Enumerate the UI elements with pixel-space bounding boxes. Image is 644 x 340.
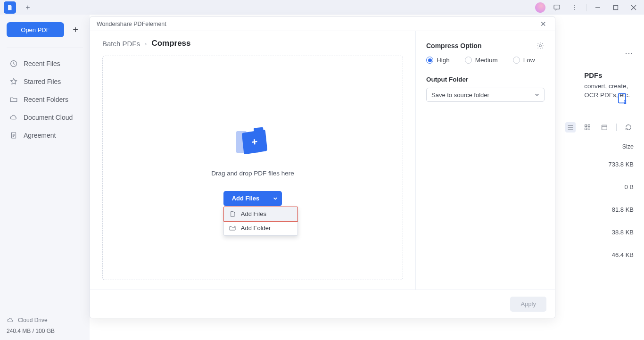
view-toolbar xyxy=(565,122,634,133)
pdf-card-icon xyxy=(616,92,629,105)
sidebar-bottom: Cloud Drive 240.4 MB / 100 GB xyxy=(7,316,83,334)
svg-rect-24 xyxy=(588,128,590,130)
more-menu-icon[interactable]: ⋯ xyxy=(625,48,634,58)
svg-rect-22 xyxy=(588,125,590,127)
star-icon xyxy=(9,77,18,86)
app-logo[interactable] xyxy=(4,1,16,14)
titlebar-left: + xyxy=(4,1,34,14)
dialog-main: Batch PDFs › Compress + Drag and drop PD… xyxy=(90,31,415,290)
avatar[interactable] xyxy=(535,2,545,13)
sidebar-item-starred-files[interactable]: Starred Files xyxy=(7,73,83,91)
batch-compress-dialog: Wondershare PDFelement ✕ Batch PDFs › Co… xyxy=(90,17,555,318)
titlebar-right xyxy=(535,1,640,14)
breadcrumb: Batch PDFs › Compress xyxy=(102,39,403,48)
apply-button[interactable]: Apply xyxy=(510,297,546,312)
svg-rect-25 xyxy=(602,125,607,130)
dropdown-item-add-folder[interactable]: Add Folder xyxy=(224,221,297,235)
cloud-icon xyxy=(7,316,14,324)
document-icon xyxy=(9,131,18,140)
file-size-cell: 733.8 KB xyxy=(609,161,634,168)
sidebar-item-recent-folders[interactable]: Recent Folders xyxy=(7,91,83,108)
open-pdf-button[interactable]: Open PDF xyxy=(7,22,64,37)
add-files-button[interactable]: Add Files xyxy=(223,191,268,206)
storage-usage: 240.4 MB / 100 GB xyxy=(7,328,83,334)
output-folder-label: Output Folder xyxy=(426,76,545,83)
file-size-cell: 0 B xyxy=(624,183,634,191)
sidebar-item-label: Recent Folders xyxy=(24,96,68,103)
folder-icon xyxy=(9,95,18,104)
settings-icon[interactable] xyxy=(536,41,545,50)
grid-view-button[interactable] xyxy=(582,122,593,133)
dropzone[interactable]: + Drag and drop PDF files here Add Files… xyxy=(102,56,403,280)
sidebar-item-label: Starred Files xyxy=(24,78,61,85)
output-folder-select[interactable]: Save to source folder xyxy=(426,88,545,102)
svg-rect-14 xyxy=(619,94,626,103)
divider xyxy=(616,124,617,131)
dropzone-text: Drag and drop PDF files here xyxy=(211,170,294,177)
svg-point-3 xyxy=(574,7,575,8)
refresh-button[interactable] xyxy=(623,122,634,133)
chevron-right-icon: › xyxy=(145,40,147,47)
svg-rect-0 xyxy=(8,5,9,10)
dropdown-item-add-files[interactable]: Add Files xyxy=(223,207,298,222)
divider xyxy=(7,48,83,48)
folder-plus-icon: + xyxy=(236,130,269,157)
sidebar-item-label: Recent Files xyxy=(24,60,60,67)
file-size-cell: 38.8 KB xyxy=(612,229,634,236)
svg-point-2 xyxy=(574,5,575,6)
add-button[interactable]: + xyxy=(68,22,83,37)
pdf-app-icon xyxy=(7,4,13,11)
calendar-view-button[interactable] xyxy=(599,122,610,133)
dialog-footer: Apply xyxy=(90,290,555,318)
card-title: PDFs xyxy=(584,70,630,80)
add-files-dropdown: Add Files Add Folder xyxy=(223,207,298,236)
file-plus-icon xyxy=(229,210,236,218)
cloud-drive-label: Cloud Drive xyxy=(18,317,48,323)
sidebar-top: Open PDF + xyxy=(7,22,83,37)
radio-high[interactable]: High xyxy=(426,57,450,64)
radio-label: Medium xyxy=(475,57,498,64)
card-line: convert, create, xyxy=(584,82,630,91)
sidebar-item-label: Document Cloud xyxy=(24,114,73,121)
svg-point-4 xyxy=(574,9,575,10)
new-tab-button[interactable]: + xyxy=(22,1,34,14)
svg-rect-21 xyxy=(585,125,587,127)
add-files-split-button: Add Files Add Files Add Folder xyxy=(223,191,282,206)
dialog-body: Batch PDFs › Compress + Drag and drop PD… xyxy=(90,31,555,290)
svg-rect-23 xyxy=(585,128,587,130)
clock-icon xyxy=(9,59,18,68)
chevron-down-icon xyxy=(535,92,539,97)
file-size-cell: 81.8 KB xyxy=(612,206,634,213)
svg-rect-1 xyxy=(554,5,560,9)
column-header-size[interactable]: Size xyxy=(622,143,634,150)
chevron-down-icon xyxy=(273,196,278,201)
cloud-icon xyxy=(9,113,18,122)
sidebar: Open PDF + Recent Files Starred Files Re… xyxy=(0,15,90,340)
options-header: Compress Option xyxy=(426,41,545,50)
dropdown-item-label: Add Folder xyxy=(241,224,271,232)
cloud-drive[interactable]: Cloud Drive xyxy=(7,316,83,324)
list-view-button[interactable] xyxy=(565,122,576,133)
breadcrumb-parent[interactable]: Batch PDFs xyxy=(102,40,140,48)
dropdown-item-label: Add Files xyxy=(241,210,266,217)
radio-low[interactable]: Low xyxy=(513,57,535,64)
kebab-menu-icon[interactable] xyxy=(568,1,581,14)
sidebar-item-agreement[interactable]: Agreement xyxy=(7,126,83,144)
sidebar-item-recent-files[interactable]: Recent Files xyxy=(7,55,83,73)
radio-medium[interactable]: Medium xyxy=(465,57,498,64)
add-files-caret[interactable] xyxy=(268,191,282,206)
compress-option-title: Compress Option xyxy=(426,42,481,50)
comment-icon[interactable] xyxy=(550,1,563,14)
svg-point-30 xyxy=(539,45,542,47)
compress-level-radios: High Medium Low xyxy=(426,57,545,64)
sidebar-item-document-cloud[interactable]: Document Cloud xyxy=(7,108,83,126)
dialog-titlebar: Wondershare PDFelement ✕ xyxy=(90,17,555,31)
titlebar: + xyxy=(0,0,644,15)
breadcrumb-current: Compress xyxy=(151,39,190,48)
close-button[interactable] xyxy=(627,1,640,14)
file-size-cell: 46.4 KB xyxy=(612,251,634,258)
dialog-options-panel: Compress Option High Medium Low Output F… xyxy=(415,31,555,290)
maximize-button[interactable] xyxy=(609,1,622,14)
dialog-close-button[interactable]: ✕ xyxy=(538,19,548,29)
minimize-button[interactable] xyxy=(591,1,604,14)
